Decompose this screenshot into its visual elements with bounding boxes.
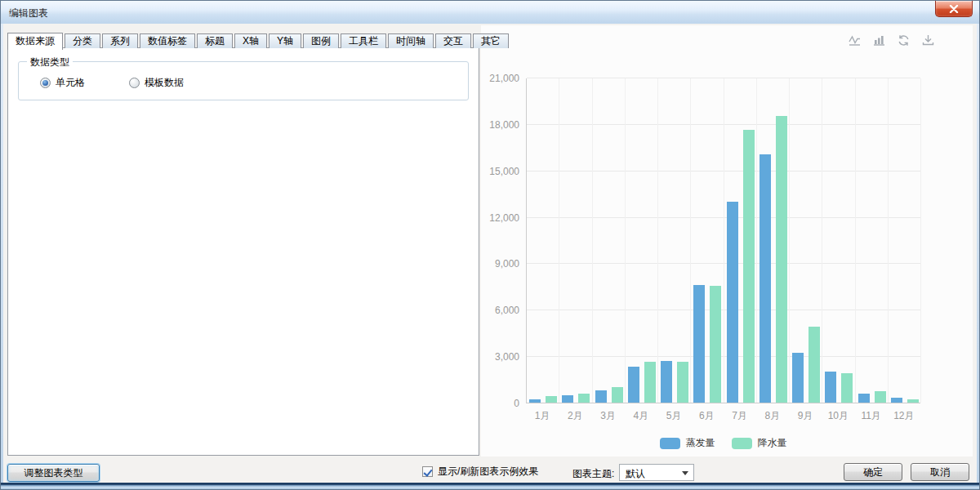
month-slot xyxy=(889,78,921,403)
bar-蒸发量-3月 xyxy=(595,390,607,403)
x-tick-label: 4月 xyxy=(625,409,657,423)
tab-2[interactable]: 系列 xyxy=(102,33,138,48)
bar-chart-icon[interactable] xyxy=(872,33,886,47)
month-slot xyxy=(527,78,559,403)
tab-3[interactable]: 数值标签 xyxy=(140,33,195,48)
bar-蒸发量-5月 xyxy=(661,361,672,403)
tab-7[interactable]: 图例 xyxy=(303,33,339,48)
bar-蒸发量-2月 xyxy=(562,395,573,403)
bar-降水量-11月 xyxy=(875,391,886,403)
y-tick-label: 15,000 xyxy=(481,166,519,177)
chart-legend: 蒸发量降水量 xyxy=(526,436,920,450)
bar-降水量-9月 xyxy=(808,327,820,403)
title-bar: 编辑图表 xyxy=(1,1,979,24)
chevron-down-icon xyxy=(682,471,688,475)
radio-button[interactable] xyxy=(40,78,51,88)
radio-label: 模板数据 xyxy=(145,76,184,90)
chart-theme-value: 默认 xyxy=(626,467,645,481)
tab-4[interactable]: 标题 xyxy=(197,33,233,48)
close-button[interactable] xyxy=(935,1,973,17)
bar-降水量-3月 xyxy=(612,387,623,403)
legend-item-降水量[interactable]: 降水量 xyxy=(732,436,787,450)
bar-降水量-12月 xyxy=(907,399,919,403)
y-tick-label: 0 xyxy=(481,398,519,409)
tab-0[interactable]: 数据来源 xyxy=(7,33,63,50)
legend-swatch xyxy=(732,438,752,449)
refresh-preview-option[interactable]: 显示/刷新图表示例效果 xyxy=(422,465,538,479)
x-tick-label: 7月 xyxy=(724,409,756,423)
y-tick-label: 3,000 xyxy=(481,351,519,363)
month-slot xyxy=(757,78,790,403)
x-tick-label: 9月 xyxy=(789,409,822,423)
month-slot xyxy=(691,78,724,403)
bar-蒸发量-10月 xyxy=(825,372,836,403)
close-icon xyxy=(949,5,959,13)
chart-toolbar xyxy=(848,33,935,47)
x-tick-label: 6月 xyxy=(690,409,723,423)
data-source-tab-page: 数据类型 单元格模板数据 xyxy=(7,47,479,456)
bar-降水量-8月 xyxy=(776,116,787,403)
chart-plot xyxy=(526,78,920,403)
line-chart-icon[interactable] xyxy=(848,33,862,47)
x-tick-label: 2月 xyxy=(559,409,591,423)
bar-降水量-7月 xyxy=(743,130,755,403)
tab-5[interactable]: X轴 xyxy=(234,33,267,48)
y-tick-label: 21,000 xyxy=(481,73,519,84)
x-tick-label: 8月 xyxy=(756,409,789,423)
bar-降水量-6月 xyxy=(710,286,721,403)
bar-蒸发量-4月 xyxy=(628,367,639,403)
month-slot xyxy=(626,78,658,403)
bar-蒸发量-6月 xyxy=(693,285,705,403)
month-slot xyxy=(822,78,855,403)
x-tick-label: 12月 xyxy=(888,409,920,423)
bar-降水量-4月 xyxy=(644,362,656,403)
x-tick-label: 3月 xyxy=(592,409,625,423)
x-tick-label: 10月 xyxy=(822,409,854,423)
y-tick-label: 12,000 xyxy=(481,212,519,224)
month-slot xyxy=(559,78,592,403)
refresh-preview-checkbox[interactable] xyxy=(422,466,433,477)
bar-降水量-5月 xyxy=(677,362,688,403)
month-slot xyxy=(790,78,822,403)
data-type-radio-group: 单元格模板数据 xyxy=(40,76,184,90)
bar-蒸发量-12月 xyxy=(891,398,902,403)
data-type-option-0[interactable]: 单元格 xyxy=(40,76,85,90)
legend-label: 蒸发量 xyxy=(686,436,715,450)
tab-9[interactable]: 时间轴 xyxy=(388,33,434,48)
adjust-chart-type-button[interactable]: 调整图表类型 xyxy=(7,464,100,482)
tab-10[interactable]: 交互 xyxy=(435,33,471,48)
legend-item-蒸发量[interactable]: 蒸发量 xyxy=(660,436,715,450)
bar-降水量-10月 xyxy=(841,373,853,403)
tab-8[interactable]: 工具栏 xyxy=(341,33,386,48)
ok-button[interactable]: 确定 xyxy=(844,463,902,481)
bar-蒸发量-7月 xyxy=(727,202,738,403)
data-type-groupbox: 数据类型 单元格模板数据 xyxy=(18,61,469,100)
month-slot xyxy=(724,78,757,403)
x-tick-label: 1月 xyxy=(526,409,559,423)
chart-theme-label: 图表主题: xyxy=(572,467,614,481)
chart-preview-area: 03,0006,0009,00012,00015,00018,00021,000… xyxy=(481,25,973,457)
data-type-option-1[interactable]: 模板数据 xyxy=(129,76,184,90)
y-tick-label: 18,000 xyxy=(481,119,519,131)
y-axis-labels: 03,0006,0009,00012,00015,00018,00021,000 xyxy=(481,78,519,403)
tab-1[interactable]: 分类 xyxy=(65,33,100,48)
window-title: 编辑图表 xyxy=(9,7,48,20)
tab-6[interactable]: Y轴 xyxy=(269,33,301,48)
month-slot xyxy=(593,78,626,403)
data-type-group-title: 数据类型 xyxy=(27,56,73,69)
edit-chart-dialog: 编辑图表 数据来源分类系列数值标签标题X轴Y轴图例工具栏时间轴交互其它 数据类型… xyxy=(0,0,980,490)
tab-11[interactable]: 其它 xyxy=(473,33,509,48)
x-tick-label: 5月 xyxy=(657,409,690,423)
bar-蒸发量-1月 xyxy=(529,399,541,403)
refresh-icon[interactable] xyxy=(897,33,911,47)
radio-label: 单元格 xyxy=(56,76,85,90)
chart-theme-select[interactable]: 默认 xyxy=(619,464,694,481)
download-icon[interactable] xyxy=(921,33,935,47)
y-tick-label: 6,000 xyxy=(481,305,519,316)
bar-蒸发量-11月 xyxy=(858,394,870,403)
cancel-button[interactable]: 取消 xyxy=(911,463,969,481)
month-slot xyxy=(658,78,691,403)
x-axis-labels: 1月2月3月4月5月6月7月8月9月10月11月12月 xyxy=(526,409,920,422)
radio-button[interactable] xyxy=(129,78,140,88)
x-tick-label: 11月 xyxy=(855,409,888,423)
